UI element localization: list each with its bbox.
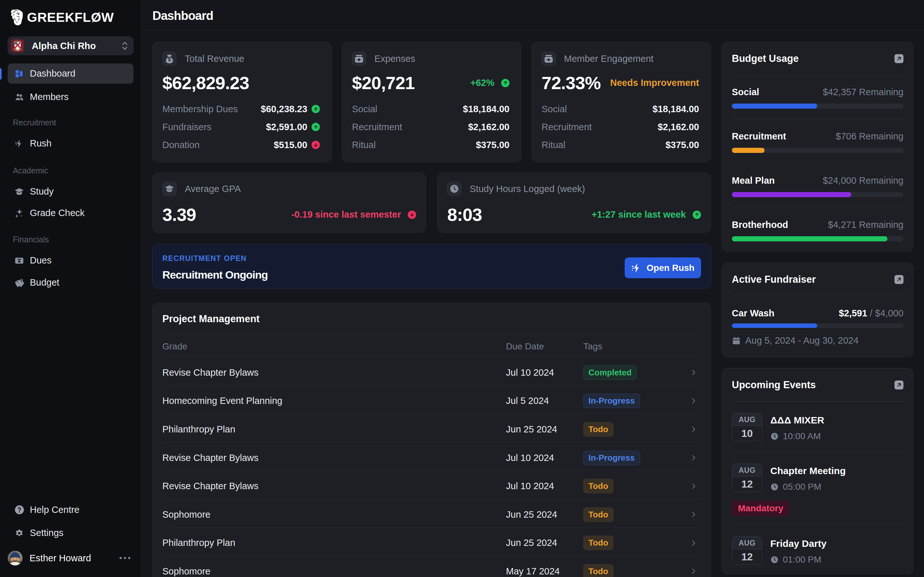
svg-text:$: $ <box>168 56 171 63</box>
